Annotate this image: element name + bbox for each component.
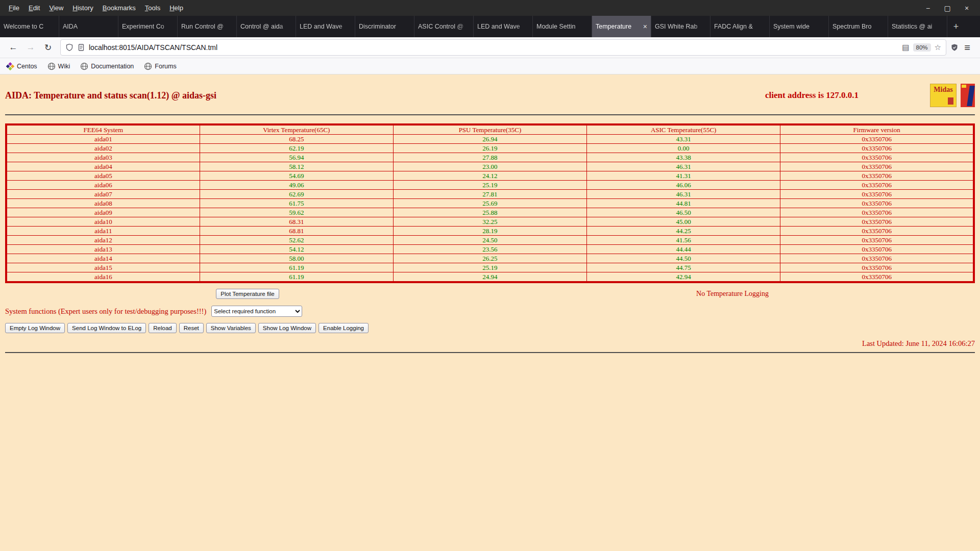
app-menu-icon[interactable]: ≡ <box>960 42 975 54</box>
midas-logo-text: Midas <box>934 86 952 94</box>
temperature-cell: 58.12 <box>200 162 393 171</box>
temperature-cell: 68.31 <box>200 217 393 227</box>
bookmark-centos[interactable]: Centos <box>6 62 37 70</box>
tab-label: FADC Align & <box>714 23 766 30</box>
page-title: AIDA: Temperature and status scan(1.12) … <box>5 90 216 101</box>
reload-button[interactable]: ↻ <box>40 40 56 55</box>
menu-view[interactable]: View <box>44 0 68 16</box>
firmware-cell: 0x3350706 <box>780 236 974 245</box>
browser-tab[interactable]: LED and Wave <box>474 16 533 37</box>
menu-bookmarks[interactable]: Bookmarks <box>98 0 140 16</box>
show-variables-button[interactable]: Show Variables <box>206 323 256 333</box>
temperature-cell: 26.94 <box>393 135 586 144</box>
page-info-icon[interactable] <box>77 43 85 52</box>
menu-file[interactable]: File <box>4 0 24 16</box>
zoom-level-indicator[interactable]: 80% <box>913 43 931 52</box>
centos-icon <box>6 62 14 70</box>
bookmark-forums[interactable]: Forums <box>144 62 176 70</box>
browser-tab[interactable]: AIDA <box>59 16 118 37</box>
browser-tab[interactable]: FADC Align & <box>710 16 770 37</box>
temperature-cell: 23.00 <box>393 162 586 171</box>
reset-button[interactable]: Reset <box>179 323 204 333</box>
fee64-system-cell: aida05 <box>6 171 200 181</box>
firmware-cell: 0x3350706 <box>780 245 974 254</box>
fee64-system-cell: aida11 <box>6 227 200 236</box>
browser-tab[interactable]: Welcome to C <box>0 16 59 37</box>
send-log-window-to-elog-button[interactable]: Send Log Window to ELog <box>67 323 146 333</box>
temperature-cell: 26.19 <box>393 144 586 153</box>
temperature-cell: 28.19 <box>393 227 586 236</box>
close-button[interactable]: × <box>960 4 974 12</box>
show-log-window-button[interactable]: Show Log Window <box>258 323 316 333</box>
bookmark-wiki[interactable]: Wiki <box>47 62 70 70</box>
url-bar[interactable]: localhost:8015/AIDA/TSCAN/TSCAN.tml ▤ 80… <box>60 39 946 56</box>
shield-icon[interactable] <box>65 43 74 52</box>
back-button[interactable]: ← <box>5 40 21 55</box>
temperature-cell: 43.31 <box>587 135 780 144</box>
temperature-cell: 58.00 <box>200 254 393 263</box>
bookmark-documentation[interactable]: Documentation <box>80 62 134 70</box>
firmware-cell: 0x3350706 <box>780 135 974 144</box>
function-select[interactable]: Select required function <box>211 306 302 317</box>
browser-tab-active[interactable]: Temperature× <box>592 16 651 37</box>
plot-temperature-file-button[interactable]: Plot Temperature file <box>216 289 279 299</box>
bookmarks-toolbar: Centos Wiki Documentation Forums <box>0 58 980 74</box>
temperature-cell: 25.69 <box>393 199 586 208</box>
menu-history[interactable]: History <box>68 0 97 16</box>
temperature-cell: 68.81 <box>200 227 393 236</box>
fee64-system-cell: aida08 <box>6 199 200 208</box>
temperature-cell: 61.19 <box>200 272 393 283</box>
facility-logo <box>961 84 975 107</box>
maximize-button[interactable]: ▢ <box>940 4 954 12</box>
browser-tab[interactable]: Experiment Co <box>118 16 178 37</box>
browser-tab[interactable]: ASIC Control @ <box>414 16 474 37</box>
bookmark-label: Documentation <box>91 63 134 70</box>
minimize-button[interactable]: − <box>921 4 935 12</box>
navigation-toolbar: ← → ↻ localhost:8015/AIDA/TSCAN/TSCAN.tm… <box>0 37 980 58</box>
page-logos: Midas <box>930 84 975 107</box>
table-row: aida1458.0026.2544.500x3350706 <box>6 254 974 263</box>
table-row: aida1068.3132.2545.000x3350706 <box>6 217 974 227</box>
browser-tab[interactable]: Control @ aida <box>237 16 296 37</box>
protections-shield-icon[interactable] <box>950 43 959 52</box>
header-fee64-system: FEE64 System <box>6 124 200 135</box>
reader-mode-icon[interactable]: ▤ <box>902 43 909 52</box>
firmware-cell: 0x3350706 <box>780 263 974 272</box>
forward-button[interactable]: → <box>22 40 39 55</box>
browser-tab[interactable]: System wide <box>770 16 829 37</box>
firmware-cell: 0x3350706 <box>780 144 974 153</box>
temperature-cell: 52.62 <box>200 236 393 245</box>
bookmark-star-icon[interactable]: ☆ <box>935 43 941 52</box>
window-controls: − ▢ × <box>921 4 980 12</box>
browser-tab[interactable]: Discriminator <box>355 16 414 37</box>
menu-edit[interactable]: Edit <box>24 0 44 16</box>
table-header-row: FEE64 System Virtex Temperature(65C) PSU… <box>6 124 974 135</box>
tab-label: ASIC Control @ <box>418 23 470 30</box>
table-row: aida0649.0625.1946.060x3350706 <box>6 181 974 190</box>
tab-label: Spectrum Bro <box>832 23 884 30</box>
new-tab-button[interactable]: + <box>947 16 965 37</box>
fee64-system-cell: aida13 <box>6 245 200 254</box>
fee64-system-cell: aida07 <box>6 190 200 199</box>
browser-tab[interactable]: Module Settin <box>533 16 592 37</box>
firmware-cell: 0x3350706 <box>780 162 974 171</box>
enable-logging-button[interactable]: Enable Logging <box>318 323 369 333</box>
empty-log-window-button[interactable]: Empty Log Window <box>5 323 65 333</box>
reload-button[interactable]: Reload <box>149 323 176 333</box>
menu-tools[interactable]: Tools <box>140 0 165 16</box>
tab-strip: Welcome to C AIDA Experiment Co Run Cont… <box>0 16 980 37</box>
below-table-row: Plot Temperature file No Temperature Log… <box>5 286 975 302</box>
menu-help[interactable]: Help <box>165 0 188 16</box>
firmware-cell: 0x3350706 <box>780 254 974 263</box>
fee64-system-cell: aida12 <box>6 236 200 245</box>
browser-tab[interactable]: Statistics @ ai <box>888 16 947 37</box>
browser-tab[interactable]: LED and Wave <box>296 16 355 37</box>
temperature-cell: 62.19 <box>200 144 393 153</box>
tab-close-icon[interactable]: × <box>643 22 647 31</box>
table-row: aida1168.8128.1944.250x3350706 <box>6 227 974 236</box>
browser-tab[interactable]: Run Control @ <box>178 16 237 37</box>
temperature-cell: 46.31 <box>587 162 780 171</box>
browser-tab[interactable]: GSI White Rab <box>651 16 710 37</box>
browser-tab[interactable]: Spectrum Bro <box>829 16 888 37</box>
fee64-system-cell: aida14 <box>6 254 200 263</box>
